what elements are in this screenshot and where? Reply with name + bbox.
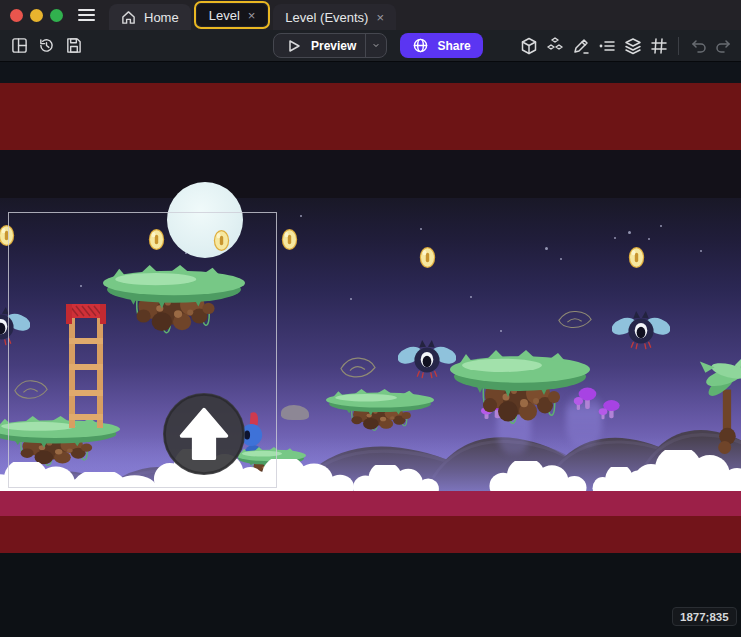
star-decor bbox=[648, 238, 650, 240]
star-decor bbox=[614, 237, 616, 239]
toolbar: Preview Share bbox=[0, 30, 741, 62]
rock-object[interactable] bbox=[281, 405, 309, 420]
menu-icon[interactable] bbox=[78, 9, 95, 21]
minimize-window-button[interactable] bbox=[30, 9, 43, 22]
star-decor bbox=[545, 247, 548, 250]
pencil-icon[interactable] bbox=[571, 36, 591, 56]
titlebar: Home Level × Level (Events) × bbox=[0, 0, 741, 30]
ufo-object[interactable] bbox=[556, 308, 594, 331]
tab-level-events-label: Level (Events) bbox=[285, 10, 368, 25]
globe-icon bbox=[410, 36, 430, 56]
coin-object[interactable] bbox=[628, 246, 645, 269]
ufo-object[interactable] bbox=[338, 354, 378, 381]
save-icon[interactable] bbox=[63, 36, 83, 56]
instances-list-icon[interactable] bbox=[597, 36, 617, 56]
home-icon bbox=[121, 10, 136, 25]
tab-home[interactable]: Home bbox=[109, 4, 191, 30]
scene-dark-red-ground bbox=[0, 516, 741, 553]
tab-level-label: Level bbox=[209, 8, 240, 23]
star-decor bbox=[560, 258, 562, 260]
share-button[interactable]: Share bbox=[400, 33, 482, 58]
star-decor bbox=[700, 250, 702, 252]
undo-icon[interactable] bbox=[688, 36, 708, 56]
island-object[interactable] bbox=[326, 389, 434, 441]
bat-object[interactable] bbox=[612, 310, 670, 352]
star-decor bbox=[420, 228, 422, 230]
island-object[interactable] bbox=[450, 350, 590, 442]
bat-object[interactable] bbox=[398, 339, 456, 381]
scene-red-band-top bbox=[0, 83, 741, 150]
history-icon[interactable] bbox=[36, 36, 56, 56]
layers-icon[interactable] bbox=[623, 36, 643, 56]
preview-button-label: Preview bbox=[311, 39, 365, 53]
tab-home-label: Home bbox=[144, 10, 179, 25]
star-decor bbox=[500, 330, 502, 332]
redo-icon[interactable] bbox=[714, 36, 734, 56]
preview-button[interactable]: Preview bbox=[273, 33, 387, 58]
panels-layout-icon[interactable] bbox=[9, 36, 29, 56]
star-decor bbox=[350, 298, 352, 300]
coin-object[interactable] bbox=[281, 228, 298, 251]
divider bbox=[678, 37, 679, 55]
active-tab-highlight: Level × bbox=[194, 1, 271, 29]
gdevelop-window: Home Level × Level (Events) × bbox=[0, 0, 741, 637]
close-tab-icon[interactable]: × bbox=[248, 9, 256, 22]
tab-level[interactable]: Level × bbox=[197, 4, 268, 26]
maximize-window-button[interactable] bbox=[50, 9, 63, 22]
grid-icon[interactable] bbox=[649, 36, 669, 56]
close-tab-icon[interactable]: × bbox=[376, 11, 384, 24]
close-window-button[interactable] bbox=[10, 9, 23, 22]
objects-panel-icon[interactable] bbox=[519, 36, 539, 56]
coin-object[interactable] bbox=[419, 246, 436, 269]
editor-bottom-area: 1877;835 bbox=[0, 553, 741, 637]
star-decor bbox=[628, 231, 631, 234]
mushroom-object[interactable] bbox=[598, 398, 624, 420]
play-icon bbox=[284, 36, 304, 56]
chevron-down-icon[interactable] bbox=[366, 36, 386, 56]
scene-crimson-ground bbox=[0, 491, 741, 516]
star-decor bbox=[470, 296, 472, 298]
object-groups-icon[interactable] bbox=[545, 36, 565, 56]
star-decor bbox=[660, 225, 662, 227]
tab-level-events[interactable]: Level (Events) × bbox=[273, 4, 396, 30]
star-decor bbox=[300, 215, 302, 217]
share-button-label: Share bbox=[437, 39, 470, 53]
cursor-coordinates-badge: 1877;835 bbox=[672, 607, 737, 626]
selrect-object[interactable] bbox=[8, 212, 277, 488]
scene-canvas[interactable] bbox=[0, 62, 741, 553]
